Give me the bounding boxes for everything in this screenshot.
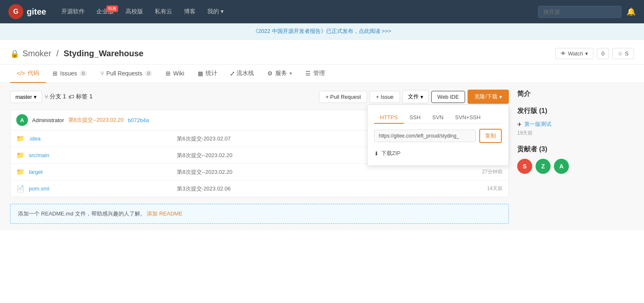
tab-issues[interactable]: ⊞ Issues 0: [46, 65, 94, 83]
file-commit-pom: 第3次提交-2023.02.06: [177, 185, 465, 193]
branch-count-label: 分支 1: [50, 93, 66, 100]
issues-badge: 0: [80, 70, 87, 76]
main-wrapper: 🔒 Smoker / Styding_Warehouse 👁 Watch ▾ 0…: [0, 40, 644, 303]
nav-links: 开源软件 企业版 特惠 高校版 私有云 博客 我的 ▾: [56, 5, 528, 19]
commit-hash[interactable]: b072b4a: [128, 117, 149, 123]
logo-circle: G: [8, 4, 23, 19]
sidebar-contributors: 贡献者 (3) S Z A: [517, 145, 634, 174]
file-toolbar: master ▾ ⑂ 分支 1 🏷 标签 1 + Pull Request + …: [10, 90, 509, 104]
pull-request-button[interactable]: + Pull Request: [319, 91, 367, 103]
announce-bar: 《2022 中国开源开发者报告》已正式发布，点此阅读 >>>: [0, 23, 644, 40]
watch-button[interactable]: 👁 Watch ▾: [555, 48, 594, 59]
tab-manage[interactable]: ☰ 管理: [299, 65, 332, 83]
file-row: 📁 target 第8次提交--2023.02.20 27分钟前: [10, 164, 508, 180]
clone-label: 克隆/下载: [474, 93, 498, 100]
contributor-avatar-1[interactable]: Z: [536, 159, 551, 174]
tab-wiki[interactable]: ⊞ Wiki: [159, 65, 191, 83]
folder-icon: 📁: [16, 151, 25, 159]
download-icon: ⬇: [374, 150, 379, 157]
repo-name[interactable]: Styding_Warehouse: [63, 49, 143, 58]
watch-dropdown-icon: ▾: [585, 50, 588, 57]
tab-stats-label: 统计: [206, 70, 217, 77]
clone-area: 克隆/下载 ▾ HTTPS SSH SVN SVN+SSH: [468, 90, 509, 104]
tab-pr-label: Pull Requests: [106, 70, 142, 77]
contributor-avatar-0[interactable]: S: [517, 159, 532, 174]
tab-wiki-label: Wiki: [173, 70, 184, 77]
clone-tab-svn[interactable]: SVN: [426, 112, 449, 124]
watch-count: 0: [597, 48, 609, 59]
clone-button[interactable]: 克隆/下载 ▾: [468, 90, 509, 104]
commit-author[interactable]: Administrator: [32, 117, 64, 123]
search-input[interactable]: [538, 6, 621, 18]
tab-pullrequests[interactable]: ⑂ Pull Requests 0: [94, 65, 159, 83]
file-commit-target: 第8次提交--2023.02.20: [177, 168, 465, 176]
file-time-target: 27分钟前: [469, 168, 503, 175]
branch-name: master: [15, 94, 32, 100]
file-browser: master ▾ ⑂ 分支 1 🏷 标签 1 + Pull Request + …: [10, 90, 509, 224]
enterprise-badge: 特惠: [106, 5, 118, 12]
release-item: ✈ 第一版测试: [517, 120, 634, 128]
nav-blog[interactable]: 博客: [179, 5, 201, 19]
webide-button[interactable]: Web IDE: [431, 91, 465, 103]
commit-avatar: A: [16, 114, 28, 126]
clone-url-input[interactable]: [374, 130, 476, 142]
nav-mine[interactable]: 我的 ▾: [202, 5, 229, 19]
intro-title: 简介: [517, 90, 634, 98]
nav-private[interactable]: 私有云: [150, 5, 177, 19]
clone-tab-https[interactable]: HTTPS: [374, 112, 404, 124]
bell-icon[interactable]: 🔔: [626, 7, 636, 16]
nav-enterprise[interactable]: 企业版 特惠: [91, 5, 119, 19]
tab-services[interactable]: ⚙ 服务 ▾: [261, 65, 299, 83]
nav-university[interactable]: 高校版: [121, 5, 148, 19]
nav-opensource[interactable]: 开源软件: [56, 5, 90, 19]
tab-code[interactable]: </> 代码: [10, 65, 46, 83]
download-zip-label: 下载ZIP: [381, 150, 400, 157]
tab-services-label: 服务: [275, 70, 287, 77]
repo-header: 🔒 Smoker / Styding_Warehouse 👁 Watch ▾ 0…: [0, 40, 644, 65]
readme-notice-text: 添加一个 README.md 文件，帮助感兴趣的人了解。: [18, 210, 146, 217]
tag-icon: 🏷: [68, 93, 74, 100]
contributor-avatar-2[interactable]: A: [554, 159, 569, 174]
file-button[interactable]: 文件 ▾: [402, 90, 429, 103]
tab-pipeline[interactable]: ⑇ 流水线: [224, 65, 261, 83]
repo-owner[interactable]: Smoker: [23, 49, 51, 58]
services-icon: ⚙: [267, 70, 273, 77]
file-dropdown-icon: ▾: [420, 94, 423, 100]
issue-button[interactable]: + Issue: [370, 91, 400, 103]
announce-link[interactable]: 《2022 中国开源开发者报告》已正式发布，点此阅读 >>>: [253, 28, 391, 34]
sidebar: 简介 发行版 (1) ✈ 第一版测试 19天前 贡献者 (3) S Z A: [517, 90, 634, 224]
release-name[interactable]: 第一版测试: [524, 120, 551, 128]
commit-message[interactable]: 第8次提交--2023.02.20: [68, 116, 124, 124]
contributors-title: 贡献者 (3): [517, 145, 634, 154]
file-name-target[interactable]: target: [29, 169, 173, 175]
logo[interactable]: G gitee: [8, 4, 46, 19]
repo-tabs: </> 代码 ⊞ Issues 0 ⑂ Pull Requests 0 ⊞ Wi…: [0, 65, 644, 83]
tab-stats[interactable]: ▦ 统计: [191, 65, 224, 83]
stats-icon: ▦: [198, 70, 203, 77]
star-button[interactable]: ☆ S: [612, 48, 634, 59]
readme-add-link[interactable]: 添加 README: [147, 210, 182, 217]
content-area: master ▾ ⑂ 分支 1 🏷 标签 1 + Pull Request + …: [0, 83, 644, 230]
releases-title: 发行版 (1): [517, 107, 634, 115]
file-label: 文件: [408, 93, 419, 100]
branch-dropdown-icon: ▾: [34, 94, 37, 100]
eye-icon: 👁: [561, 50, 566, 57]
file-time-pom: 14天前: [469, 185, 503, 192]
clone-panel: HTTPS SSH SVN SVN+SSH 复制 ⬇ 下载ZIP: [367, 105, 509, 166]
logo-text: gitee: [27, 7, 46, 17]
copy-button[interactable]: 复制: [479, 129, 502, 143]
navbar-right: 🔔: [538, 6, 636, 18]
release-time: 19天前: [517, 130, 634, 137]
sidebar-releases: 发行版 (1) ✈ 第一版测试 19天前: [517, 107, 634, 137]
star-label: S: [625, 50, 629, 57]
file-doc-icon: 📄: [16, 185, 25, 193]
file-name-pom[interactable]: pom.xml: [29, 185, 173, 192]
clone-tab-svnssh[interactable]: SVN+SSH: [449, 112, 486, 124]
file-name-srcmain[interactable]: src/main: [29, 152, 173, 158]
branch-fork-icon: ⑂: [45, 93, 48, 100]
file-name-idea[interactable]: .idea: [29, 135, 173, 142]
branch-select[interactable]: master ▾: [10, 91, 42, 103]
clone-tab-ssh[interactable]: SSH: [404, 112, 427, 124]
pr-icon: ⑂: [101, 70, 104, 77]
download-zip-button[interactable]: ⬇ 下载ZIP: [374, 148, 502, 159]
